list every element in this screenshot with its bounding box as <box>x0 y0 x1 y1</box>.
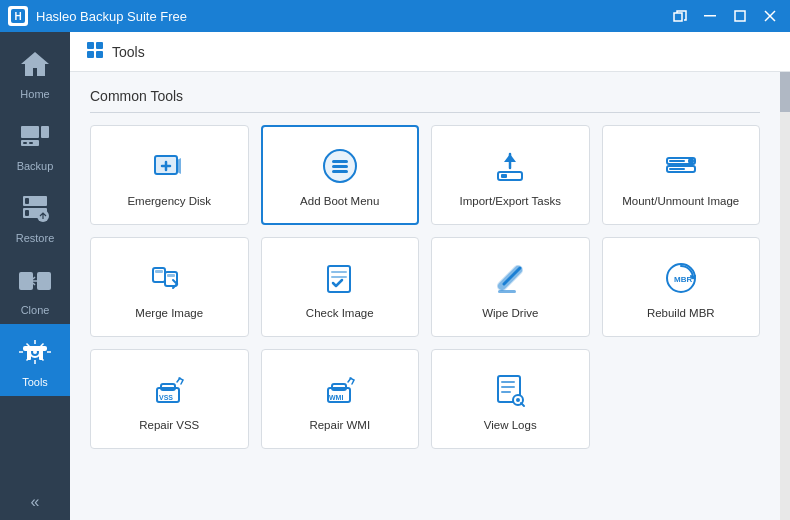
svg-rect-9 <box>41 126 49 138</box>
scroll-wrapper: Common Tools Emergency Disk <box>70 72 790 520</box>
tool-label-wipe-drive: Wipe Drive <box>482 306 538 321</box>
svg-point-63 <box>516 398 520 402</box>
sidebar-item-clone[interactable]: Clone <box>0 252 70 324</box>
tools-content: Common Tools Emergency Disk <box>70 72 780 520</box>
sidebar-label-clone: Clone <box>21 304 50 316</box>
svg-text:WMI: WMI <box>329 394 343 401</box>
tool-view-logs[interactable]: View Logs <box>431 349 590 449</box>
svg-rect-45 <box>167 274 175 277</box>
tool-label-import-export-tasks: Import/Export Tasks <box>460 194 561 209</box>
sidebar-item-tools[interactable]: Tools <box>0 324 70 396</box>
svg-rect-3 <box>704 15 716 17</box>
svg-rect-10 <box>23 142 27 144</box>
sidebar-label-home: Home <box>20 88 49 100</box>
svg-rect-48 <box>331 276 347 278</box>
content-area: Tools Common Tools Emergency Disk <box>70 32 790 520</box>
scrollbar-thumb[interactable] <box>780 72 790 112</box>
window-maximize-btn[interactable] <box>728 6 752 26</box>
svg-rect-49 <box>498 290 516 293</box>
tool-import-export-tasks[interactable]: Import/Export Tasks <box>431 125 590 225</box>
svg-rect-18 <box>37 272 51 290</box>
svg-rect-61 <box>501 391 511 393</box>
window-restore-btn[interactable] <box>668 6 692 26</box>
sidebar-label-tools: Tools <box>22 376 48 388</box>
sidebar-collapse-btn[interactable]: « <box>0 484 70 520</box>
tool-merge-image[interactable]: Merge Image <box>90 237 249 337</box>
sidebar: Home Backup Restore <box>0 32 70 520</box>
svg-rect-33 <box>332 165 348 168</box>
svg-text:H: H <box>14 11 21 22</box>
svg-rect-44 <box>155 270 163 273</box>
sidebar-item-restore[interactable]: Restore <box>0 180 70 252</box>
svg-rect-40 <box>669 168 685 170</box>
section-title: Common Tools <box>90 88 760 113</box>
page-title: Tools <box>112 44 145 60</box>
tool-rebuild-mbr[interactable]: MBR Rebuild MBR <box>602 237 761 337</box>
svg-rect-27 <box>96 51 103 58</box>
tool-mount-unmount-image[interactable]: Mount/Unmount Image <box>602 125 761 225</box>
svg-rect-4 <box>735 11 745 21</box>
scrollbar-track[interactable] <box>780 72 790 520</box>
svg-rect-11 <box>29 142 33 144</box>
tool-label-mount-unmount-image: Mount/Unmount Image <box>622 194 739 209</box>
svg-rect-15 <box>25 210 29 216</box>
svg-rect-34 <box>332 170 348 173</box>
svg-rect-46 <box>328 266 350 292</box>
svg-text:MBR: MBR <box>674 275 692 284</box>
tool-repair-vss[interactable]: VSS Repair VSS <box>90 349 249 449</box>
svg-rect-47 <box>331 271 347 273</box>
tool-repair-wmi[interactable]: WMI Repair WMI <box>261 349 420 449</box>
svg-rect-60 <box>501 386 515 388</box>
header-bar: Tools <box>70 32 790 72</box>
app-logo: H <box>8 6 28 26</box>
svg-text:VSS: VSS <box>159 394 173 401</box>
tool-label-merge-image: Merge Image <box>135 306 203 321</box>
tool-label-check-image: Check Image <box>306 306 374 321</box>
svg-rect-32 <box>332 160 348 163</box>
collapse-icon: « <box>31 493 40 511</box>
tool-label-view-logs: View Logs <box>484 418 537 433</box>
svg-rect-2 <box>674 13 682 21</box>
sidebar-label-backup: Backup <box>17 160 54 172</box>
svg-rect-36 <box>501 174 507 178</box>
tools-grid: Emergency Disk Add Boot Menu <box>90 125 760 449</box>
window-minimize-btn[interactable] <box>698 6 722 26</box>
svg-rect-26 <box>87 51 94 58</box>
sidebar-item-backup[interactable]: Backup <box>0 108 70 180</box>
svg-rect-59 <box>501 381 515 383</box>
svg-rect-17 <box>19 272 33 290</box>
svg-point-23 <box>33 350 37 354</box>
svg-rect-24 <box>87 42 94 49</box>
app-title: Hasleo Backup Suite Free <box>36 9 668 24</box>
window-close-btn[interactable] <box>758 6 782 26</box>
sidebar-label-restore: Restore <box>16 232 55 244</box>
header-icon <box>86 41 104 63</box>
svg-rect-7 <box>21 126 39 138</box>
tool-label-repair-vss: Repair VSS <box>139 418 199 433</box>
tool-emergency-disk[interactable]: Emergency Disk <box>90 125 249 225</box>
tool-check-image[interactable]: Check Image <box>261 237 420 337</box>
sidebar-item-home[interactable]: Home <box>0 36 70 108</box>
tool-label-emergency-disk: Emergency Disk <box>127 194 211 209</box>
titlebar: H Hasleo Backup Suite Free <box>0 0 790 32</box>
svg-point-41 <box>688 158 694 164</box>
svg-rect-25 <box>96 42 103 49</box>
svg-rect-14 <box>25 198 29 204</box>
tool-label-repair-wmi: Repair WMI <box>309 418 370 433</box>
app-body: Home Backup Restore <box>0 32 790 520</box>
tool-add-boot-menu[interactable]: Add Boot Menu <box>261 125 420 225</box>
window-controls <box>668 6 782 26</box>
tool-label-rebuild-mbr: Rebuild MBR <box>647 306 715 321</box>
svg-rect-39 <box>669 160 685 162</box>
tool-wipe-drive[interactable]: Wipe Drive <box>431 237 590 337</box>
tool-label-add-boot-menu: Add Boot Menu <box>300 194 379 209</box>
